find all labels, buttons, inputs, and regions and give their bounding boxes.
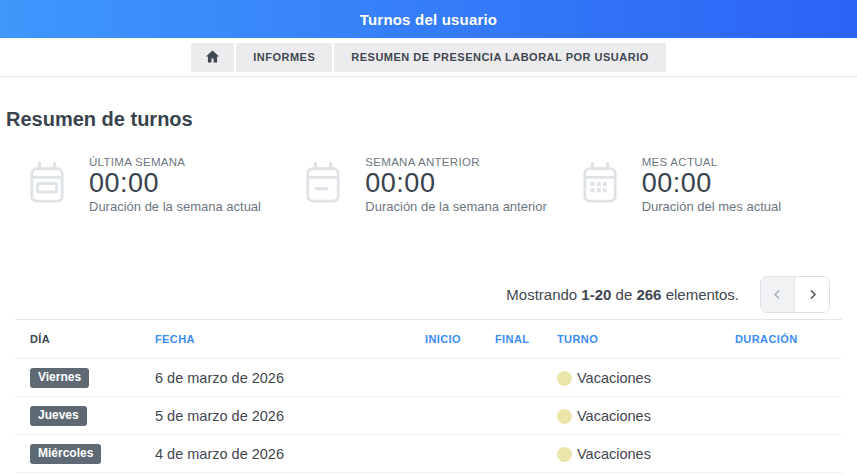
pagination-summary: Mostrando 1-20 de 266 elementos. (506, 286, 739, 303)
day-badge: Viernes (30, 368, 89, 388)
calendar-week-icon (28, 160, 66, 210)
chevron-left-icon (770, 287, 785, 302)
stat-card-mes-actual: MES ACTUAL 00:00 Duración del mes actual (581, 156, 857, 214)
breadcrumb-home[interactable] (191, 43, 234, 72)
stat-card-semana-anterior: SEMANA ANTERIOR 00:00 Duración de la sem… (304, 156, 580, 214)
prev-page-button[interactable] (761, 277, 795, 312)
pager (760, 276, 830, 313)
shift-name: Vacaciones (577, 446, 651, 462)
pagination-row: Mostrando 1-20 de 266 elementos. (0, 276, 857, 313)
stat-value: 00:00 (365, 169, 546, 198)
column-header-fecha[interactable]: FECHA (140, 320, 410, 359)
stat-value: 00:00 (89, 169, 261, 198)
breadcrumb-current: RESUMEN DE PRESENCIA LABORAL POR USUARIO (334, 43, 665, 72)
shift-color-dot (557, 409, 572, 424)
table-header: DÍA FECHA INICIO FINAL TURNO DURACIÓN (15, 320, 842, 359)
cell-inicio (410, 397, 480, 435)
shifts-table: DÍA FECHA INICIO FINAL TURNO DURACIÓN Vi… (15, 319, 842, 473)
summary-cards: ÚLTIMA SEMANA 00:00 Duración de la seman… (0, 156, 857, 214)
column-header-dia: DÍA (15, 320, 140, 359)
page-title: Turnos del usuario (360, 11, 498, 28)
cell-turno: Vacaciones (542, 435, 720, 473)
calendar-minus-icon (304, 160, 342, 210)
page-header: Turnos del usuario (0, 0, 857, 38)
stat-label: SEMANA ANTERIOR (365, 156, 546, 168)
column-header-turno[interactable]: TURNO (542, 320, 720, 359)
stat-label: ÚLTIMA SEMANA (89, 156, 261, 168)
cell-dia: Miércoles (15, 435, 140, 473)
home-icon (205, 49, 220, 66)
table-row: Jueves 5 de marzo de 2026 Vacaciones (15, 397, 842, 435)
pagination-range: 1-20 (581, 286, 611, 303)
cell-inicio (410, 359, 480, 397)
cell-inicio (410, 435, 480, 473)
cell-duracion (720, 435, 842, 473)
cell-duracion (720, 359, 842, 397)
day-badge: Jueves (30, 406, 87, 426)
table-row: Miércoles 4 de marzo de 2026 Vacaciones (15, 435, 842, 473)
cell-turno: Vacaciones (542, 397, 720, 435)
stat-card-text: SEMANA ANTERIOR 00:00 Duración de la sem… (365, 156, 546, 214)
column-header-final[interactable]: FINAL (480, 320, 542, 359)
shift-name: Vacaciones (577, 370, 651, 386)
shift-name: Vacaciones (577, 408, 651, 424)
cell-fecha: 4 de marzo de 2026 (140, 435, 410, 473)
stat-caption: Duración de la semana actual (89, 199, 261, 214)
stat-caption: Duración de la semana anterior (365, 199, 546, 214)
cell-fecha: 5 de marzo de 2026 (140, 397, 410, 435)
cell-dia: Viernes (15, 359, 140, 397)
stat-card-text: MES ACTUAL 00:00 Duración del mes actual (642, 156, 781, 214)
stat-card-ultima-semana: ÚLTIMA SEMANA 00:00 Duración de la seman… (28, 156, 304, 214)
next-page-button[interactable] (795, 277, 829, 312)
pagination-suffix: elementos. (666, 286, 739, 303)
cell-duracion (720, 397, 842, 435)
cell-turno: Vacaciones (542, 359, 720, 397)
stat-caption: Duración del mes actual (642, 199, 781, 214)
pagination-connector: de (616, 286, 633, 303)
table-row: Viernes 6 de marzo de 2026 Vacaciones (15, 359, 842, 397)
breadcrumb: INFORMES RESUMEN DE PRESENCIA LABORAL PO… (191, 43, 666, 72)
day-badge: Miércoles (30, 444, 101, 464)
column-header-duracion[interactable]: DURACIÓN (720, 320, 842, 359)
column-header-inicio[interactable]: INICIO (410, 320, 480, 359)
shift-color-dot (557, 447, 572, 462)
cell-fecha: 6 de marzo de 2026 (140, 359, 410, 397)
calendar-month-icon (581, 160, 619, 210)
pagination-prefix: Mostrando (506, 286, 577, 303)
breadcrumb-bar: INFORMES RESUMEN DE PRESENCIA LABORAL PO… (0, 38, 857, 77)
chevron-right-icon (805, 287, 820, 302)
pagination-total: 266 (636, 286, 661, 303)
breadcrumb-informes[interactable]: INFORMES (236, 43, 332, 72)
cell-final (480, 397, 542, 435)
stat-card-text: ÚLTIMA SEMANA 00:00 Duración de la seman… (89, 156, 261, 214)
cell-final (480, 359, 542, 397)
cell-dia: Jueves (15, 397, 140, 435)
stat-value: 00:00 (642, 169, 781, 198)
shift-color-dot (557, 371, 572, 386)
cell-final (480, 435, 542, 473)
stat-label: MES ACTUAL (642, 156, 781, 168)
section-title: Resumen de turnos (6, 108, 857, 131)
